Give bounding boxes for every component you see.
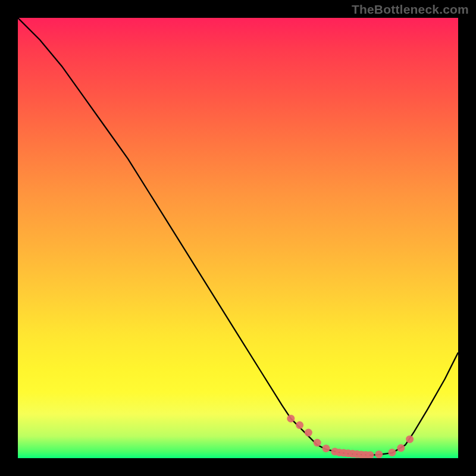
chart-stage: TheBottleneck.com <box>0 0 476 476</box>
plot-area <box>18 18 458 458</box>
gradient-fill <box>18 18 458 458</box>
watermark-label: TheBottleneck.com <box>352 2 469 17</box>
